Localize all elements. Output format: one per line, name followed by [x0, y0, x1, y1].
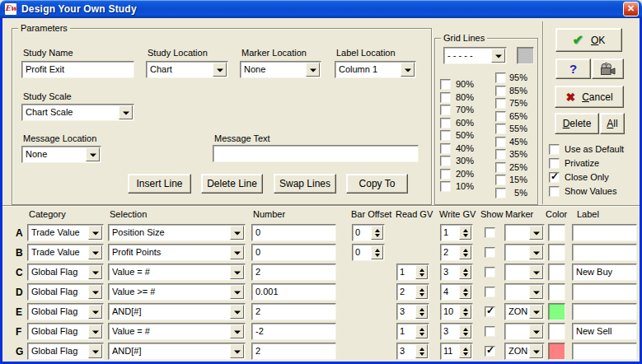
color-swatch[interactable]	[548, 343, 565, 360]
chevron-down-icon[interactable]	[230, 324, 244, 338]
chevron-down-icon[interactable]	[306, 63, 320, 77]
spinner-up-down-icon[interactable]	[371, 226, 383, 240]
write-gv-stepper[interactable]: 3	[440, 323, 473, 340]
spinner-up-down-icon[interactable]	[415, 344, 428, 358]
spinner-up-down-icon[interactable]	[415, 324, 428, 338]
title-bar[interactable]: Ew Design Your Own Study ✕	[0, 0, 642, 18]
show-values-checkbox[interactable]	[549, 186, 560, 197]
write-gv-stepper[interactable]: 11	[440, 343, 473, 360]
chevron-down-icon[interactable]	[401, 63, 415, 77]
spinner-up-down-icon[interactable]	[459, 265, 471, 279]
chevron-down-icon[interactable]	[86, 147, 100, 161]
chevron-down-icon[interactable]	[88, 324, 102, 338]
spinner-up-down-icon[interactable]	[459, 305, 471, 319]
marker-dropdown[interactable]	[504, 224, 545, 241]
gridline-10-checkbox[interactable]	[440, 181, 451, 192]
number-input[interactable]: -2	[251, 323, 336, 340]
number-input[interactable]: 2	[251, 303, 336, 320]
color-swatch[interactable]	[548, 323, 565, 340]
gridline-75-checkbox[interactable]	[495, 98, 506, 109]
show-checkbox[interactable]	[485, 326, 495, 337]
spinner-up-down-icon[interactable]	[459, 285, 471, 299]
write-gv-stepper[interactable]: 1	[440, 224, 473, 241]
chevron-down-icon[interactable]	[213, 63, 227, 77]
write-gv-stepper[interactable]: 2	[440, 244, 473, 261]
gridline-90-checkbox[interactable]	[440, 79, 451, 90]
gridline-95-checkbox[interactable]	[495, 72, 506, 83]
chevron-down-icon[interactable]	[88, 226, 102, 240]
category-dropdown[interactable]: Global Flag	[27, 323, 104, 340]
gridline-40-checkbox[interactable]	[440, 143, 451, 154]
spinner-up-down-icon[interactable]	[459, 226, 471, 240]
selection-dropdown[interactable]: Profit Points	[108, 244, 246, 261]
number-input[interactable]: 0.001	[251, 283, 336, 301]
delete-button[interactable]: Delete	[555, 113, 599, 134]
grid-line-color-swatch[interactable]	[517, 47, 534, 64]
number-input[interactable]: 2	[251, 343, 336, 360]
video-button[interactable]	[592, 58, 624, 79]
swap-lines-button[interactable]: Swap Lines	[274, 174, 336, 194]
marker-dropdown[interactable]	[504, 244, 545, 261]
color-swatch[interactable]	[548, 244, 565, 261]
gridline-60-checkbox[interactable]	[440, 118, 451, 128]
chevron-down-icon[interactable]	[88, 285, 102, 299]
selection-dropdown[interactable]: Value >= #	[108, 283, 246, 301]
number-input[interactable]: 0	[251, 224, 336, 241]
close-only-checkbox[interactable]	[549, 172, 560, 183]
read-gv-stepper[interactable]: 2	[396, 283, 429, 301]
chevron-down-icon[interactable]	[529, 324, 543, 338]
spinner-up-down-icon[interactable]	[459, 324, 471, 338]
gridline-25-checkbox[interactable]	[495, 162, 506, 173]
category-dropdown[interactable]: Trade Value	[27, 244, 104, 261]
spinner-up-down-icon[interactable]	[459, 245, 471, 259]
color-swatch[interactable]	[548, 264, 565, 281]
label-input[interactable]	[572, 283, 637, 301]
message-text-input[interactable]	[213, 145, 419, 162]
marker-location-dropdown[interactable]: None	[240, 61, 321, 78]
message-location-dropdown[interactable]: None	[21, 146, 101, 163]
write-gv-stepper[interactable]: 4	[440, 283, 473, 301]
chevron-down-icon[interactable]	[119, 105, 133, 119]
marker-dropdown[interactable]	[504, 283, 545, 301]
chevron-down-icon[interactable]	[230, 226, 244, 240]
selection-dropdown[interactable]: AND[#]	[108, 303, 246, 320]
category-dropdown[interactable]: Global Flag	[27, 343, 104, 360]
help-button[interactable]: ?	[555, 58, 591, 79]
bar-offset-stepper[interactable]: 0	[352, 224, 385, 241]
chevron-down-icon[interactable]	[230, 305, 244, 319]
grid-line-style-dropdown[interactable]: - - - - -	[443, 47, 507, 64]
privatize-checkbox[interactable]	[549, 158, 560, 169]
marker-dropdown[interactable]: ZON	[504, 303, 545, 320]
chevron-down-icon[interactable]	[491, 49, 505, 63]
marker-dropdown[interactable]: ZON	[504, 343, 545, 360]
chevron-down-icon[interactable]	[529, 265, 543, 279]
chevron-down-icon[interactable]	[529, 285, 543, 299]
label-input[interactable]	[572, 244, 637, 261]
marker-dropdown[interactable]	[504, 323, 545, 340]
copy-to-button[interactable]: Copy To	[346, 174, 408, 194]
show-checkbox[interactable]	[485, 267, 495, 278]
label-location-dropdown[interactable]: Column 1	[335, 61, 416, 78]
write-gv-stepper[interactable]: 10	[440, 303, 473, 320]
delete-line-button[interactable]: Delete Line	[201, 174, 263, 194]
gridline-80-checkbox[interactable]	[440, 92, 451, 103]
chevron-down-icon[interactable]	[529, 245, 543, 259]
marker-dropdown[interactable]	[504, 264, 545, 281]
gridline-50-checkbox[interactable]	[440, 130, 451, 141]
gridline-5-checkbox[interactable]	[495, 188, 506, 198]
show-checkbox[interactable]	[485, 346, 495, 357]
color-swatch[interactable]	[548, 224, 565, 241]
spinner-up-down-icon[interactable]	[415, 305, 428, 319]
chevron-down-icon[interactable]	[529, 305, 543, 319]
spinner-up-down-icon[interactable]	[459, 344, 471, 358]
selection-dropdown[interactable]: Value = #	[108, 323, 246, 340]
label-input[interactable]: New Sell	[572, 323, 637, 340]
study-scale-dropdown[interactable]: Chart Scale	[21, 104, 134, 121]
chevron-down-icon[interactable]	[529, 226, 543, 240]
number-input[interactable]: 0	[251, 244, 336, 261]
cancel-button[interactable]: ✖ Cancel	[555, 86, 624, 108]
chevron-down-icon[interactable]	[88, 265, 102, 279]
label-input[interactable]: New Buy	[572, 264, 637, 281]
label-input[interactable]	[572, 303, 637, 320]
chevron-down-icon[interactable]	[230, 245, 244, 259]
